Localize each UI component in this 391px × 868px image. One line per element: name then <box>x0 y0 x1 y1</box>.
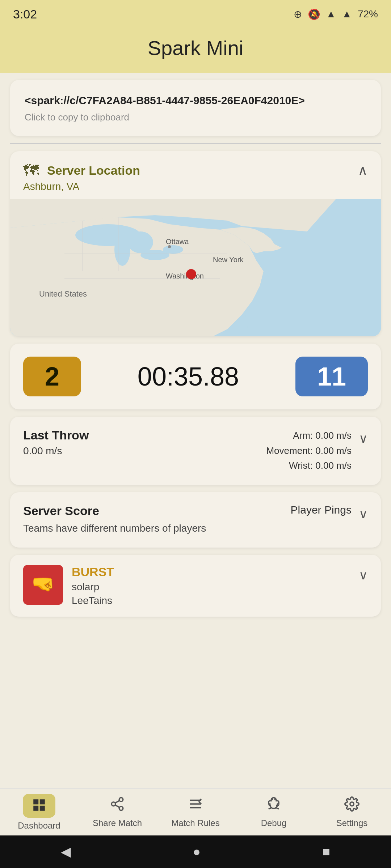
status-time: 3:02 <box>13 7 37 21</box>
svg-text:Ottawa: Ottawa <box>166 238 189 246</box>
rules-icon <box>188 796 203 815</box>
svg-text:Washington: Washington <box>166 272 204 280</box>
server-score-chevron-icon[interactable]: ∨ <box>359 507 368 521</box>
share-icon <box>110 796 125 815</box>
last-throw-chevron-icon[interactable]: ∨ <box>359 431 368 446</box>
server-location-left: 🗺 Server Location <box>23 161 140 179</box>
svg-rect-18 <box>33 799 38 804</box>
spark-url-text: <spark://c/C7FA2A84-B851-4447-9855-26EA0… <box>25 93 366 108</box>
burst-info: BURST solarp LeeTains <box>72 565 114 607</box>
server-location-chevron-up-icon[interactable]: ∧ <box>358 162 368 178</box>
map-icon: 🗺 <box>23 161 39 179</box>
map-svg: United States Ottawa New York Washington <box>10 199 381 336</box>
server-score-right: Player Pings <box>291 504 352 516</box>
wifi-icon: ▲ <box>326 8 336 20</box>
bottom-nav: Dashboard Share Match Match Rules <box>0 788 391 835</box>
svg-text:🤜: 🤜 <box>31 573 55 595</box>
server-location-header: 🗺 Server Location ∧ <box>10 151 381 179</box>
nav-debug-label: Debug <box>261 818 287 828</box>
status-icons: ⊕ 🔕 ▲ ▲ 72% <box>294 8 378 20</box>
svg-line-35 <box>276 808 279 809</box>
svg-line-25 <box>115 805 119 807</box>
right-score-badge: 11 <box>295 357 368 396</box>
app-header: Spark Mini <box>0 25 391 73</box>
last-throw-wrist: Wrist: 0.00 m/s <box>266 458 352 473</box>
svg-point-12 <box>168 245 171 248</box>
nav-dashboard-icon-box <box>23 794 55 818</box>
nav-match-rules[interactable]: Match Rules <box>156 796 235 828</box>
android-bar: ◀ ● ■ <box>0 835 391 868</box>
bell-off-icon: 🔕 <box>308 8 320 20</box>
svg-point-23 <box>112 802 115 806</box>
svg-line-30 <box>199 799 201 801</box>
left-score-badge: 2 <box>23 357 81 396</box>
grid-icon <box>31 797 47 813</box>
nav-debug[interactable]: Debug <box>235 796 313 828</box>
svg-rect-20 <box>33 805 38 810</box>
burst-avatar-svg: 🤜 <box>27 569 59 601</box>
nav-share-match-label: Share Match <box>93 818 142 828</box>
server-location-title: Server Location <box>47 163 140 178</box>
burst-chevron-icon[interactable]: ∨ <box>359 568 368 582</box>
svg-text:New York: New York <box>213 256 244 264</box>
battery-label: 72% <box>358 8 378 20</box>
nav-settings-label: Settings <box>336 818 368 828</box>
server-score-subtitle: Teams have different numbers of players <box>23 521 291 536</box>
back-button[interactable]: ◀ <box>61 844 71 859</box>
nav-match-rules-label: Match Rules <box>171 818 219 828</box>
nav-share-match[interactable]: Share Match <box>78 796 156 828</box>
player-pings-label: Player Pings <box>291 504 352 516</box>
last-throw-arm: Arm: 0.00 m/s <box>266 428 352 443</box>
spark-url-hint: Click to copy to clipboard <box>25 112 366 123</box>
divider <box>10 143 381 144</box>
server-score-card: Server Score Teams have different number… <box>10 492 381 548</box>
burst-left: 🤜 BURST solarp LeeTains <box>23 565 114 607</box>
map-container: United States Ottawa New York Washington <box>10 199 381 336</box>
server-location-sub: Ashburn, VA <box>10 179 381 199</box>
last-throw-right: Arm: 0.00 m/s Movement: 0.00 m/s Wrist: … <box>266 428 352 473</box>
svg-point-22 <box>119 797 123 801</box>
server-location-card: 🗺 Server Location ∧ Ashburn, VA <box>10 151 381 336</box>
svg-point-15 <box>186 269 196 279</box>
last-throw-movement: Movement: 0.00 m/s <box>266 443 352 459</box>
burst-sub2: LeeTains <box>72 595 114 607</box>
nav-dashboard[interactable]: Dashboard <box>0 794 78 831</box>
last-throw-speed: 0.00 m/s <box>23 445 266 457</box>
last-throw-card: Last Throw 0.00 m/s Arm: 0.00 m/s Moveme… <box>10 417 381 485</box>
svg-text:United States: United States <box>39 289 87 298</box>
burst-title: BURST <box>72 565 114 579</box>
signal-icon: ▲ <box>342 8 352 20</box>
gear-icon <box>344 796 360 815</box>
svg-point-24 <box>119 807 123 810</box>
status-bar: 3:02 ⊕ 🔕 ▲ ▲ 72% <box>0 0 391 25</box>
svg-rect-19 <box>40 799 45 804</box>
burst-card: 🤜 BURST solarp LeeTains ∨ <box>10 555 381 617</box>
score-row-card: 2 00:35.88 11 <box>10 344 381 409</box>
nav-settings[interactable]: Settings <box>313 796 391 828</box>
nav-dashboard-label: Dashboard <box>18 821 60 831</box>
burst-sub1: solarp <box>72 581 114 593</box>
server-score-title: Server Score <box>23 504 291 518</box>
debug-icon <box>266 796 281 815</box>
score-timer: 00:35.88 <box>138 362 239 391</box>
spark-url-card[interactable]: <spark://c/C7FA2A84-B851-4447-9855-26EA0… <box>10 80 381 136</box>
svg-point-38 <box>350 802 354 806</box>
svg-point-3 <box>128 231 153 253</box>
burst-avatar: 🤜 <box>23 565 63 605</box>
svg-rect-21 <box>40 805 45 810</box>
svg-point-5 <box>163 245 183 254</box>
server-score-left: Server Score Teams have different number… <box>23 504 291 536</box>
right-score-value: 11 <box>317 362 346 391</box>
last-throw-title: Last Throw <box>23 428 266 442</box>
svg-line-34 <box>269 808 271 809</box>
location-dot-icon: ⊕ <box>294 8 302 20</box>
home-button[interactable]: ● <box>193 844 201 859</box>
last-throw-left: Last Throw 0.00 m/s <box>23 428 266 457</box>
svg-point-2 <box>114 233 130 266</box>
left-score-value: 2 <box>45 362 59 391</box>
recent-button[interactable]: ■ <box>322 844 330 859</box>
main-content: <spark://c/C7FA2A84-B851-4447-9855-26EA0… <box>0 73 391 624</box>
server-location-title-group: Server Location <box>47 163 140 178</box>
svg-line-26 <box>115 800 119 803</box>
app-title: Spark Mini <box>7 36 384 60</box>
